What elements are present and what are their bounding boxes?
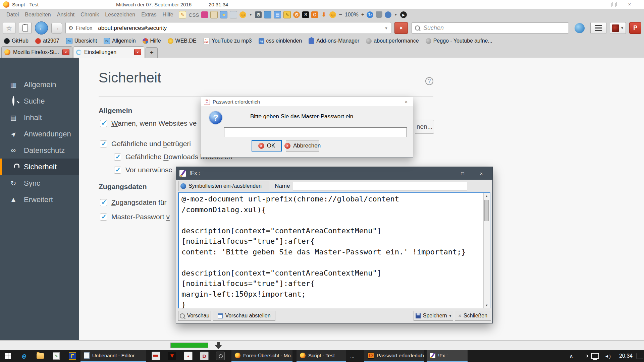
checkbox[interactable] xyxy=(100,214,107,221)
close-button[interactable]: × xyxy=(625,1,635,7)
bookmark-allgemein[interactable]: FxAllgemein xyxy=(104,38,136,44)
network-icon[interactable] xyxy=(590,350,600,362)
menu-chronik[interactable]: Chronik xyxy=(77,12,102,18)
d-app-taskbar-icon[interactable]: D xyxy=(196,350,212,362)
toggle-toolbars-button[interactable]: → Symbolleisten ein-/ausblenden xyxy=(178,181,269,191)
speaker-icon[interactable]: ◄) xyxy=(602,350,614,362)
scrollbar[interactable]: ▲ ▼ xyxy=(483,193,490,308)
scroll-up-icon[interactable]: ▲ xyxy=(484,193,490,199)
sidebar-item-sicherheit[interactable]: Sicherheit xyxy=(0,159,79,175)
bookmark-uebersicht[interactable]: FxÜbersicht xyxy=(66,38,97,44)
bookmark-star-button[interactable]: ☆ xyxy=(3,22,15,34)
tab-mozilla-firefox-start[interactable]: Mozilla Firefox-St... × xyxy=(1,46,72,58)
url-clear-button[interactable]: × xyxy=(394,22,408,34)
checkbox[interactable] xyxy=(114,167,121,174)
new-tab-button[interactable]: + xyxy=(146,47,158,58)
sidebar-item-suche[interactable]: Suche xyxy=(0,93,79,109)
red-addon-button[interactable]: ▼ xyxy=(610,22,626,34)
refresh-icon[interactable] xyxy=(367,11,373,18)
p-addon-button[interactable]: P xyxy=(629,22,641,34)
checkbox[interactable] xyxy=(100,120,107,127)
checkbox[interactable] xyxy=(100,140,107,147)
smiley-icon-2[interactable] xyxy=(329,11,336,18)
bookmark-github[interactable]: GitHub xyxy=(4,38,29,44)
start-button[interactable] xyxy=(0,350,16,362)
orange-gear-icon[interactable] xyxy=(293,11,300,18)
save-dropdown-caret[interactable]: ▾ xyxy=(449,314,451,318)
taskbar-button-password-dialog[interactable]: Passwort erforderlich ... xyxy=(364,350,424,362)
dialog-close-icon[interactable]: × xyxy=(402,99,410,105)
bookmark-css-einblenden[interactable]: ogcss einblenden xyxy=(259,38,302,44)
dialog-titlebar[interactable]: EXIT Passwort erforderlich × xyxy=(201,97,413,106)
taskbar-button-fx-editor[interactable]: !Fx : xyxy=(427,350,468,362)
search-box[interactable] xyxy=(411,22,569,34)
downloader-taskbar-icon[interactable]: ▼ xyxy=(164,350,180,362)
bookmark-about-performance[interactable]: about:performance xyxy=(366,38,419,44)
s-badge-icon[interactable]: S xyxy=(302,11,309,18)
editor-titlebar[interactable]: !Fx : – □ × xyxy=(176,167,492,180)
scroll-down-icon[interactable]: ▼ xyxy=(484,302,490,308)
tray-chevron[interactable]: ∧ xyxy=(567,350,576,362)
editor-maximize-button[interactable]: □ xyxy=(455,171,470,176)
exceptions-button-fragment[interactable]: nen... xyxy=(415,120,434,134)
cancel-button[interactable]: × Abbrechen xyxy=(286,140,319,152)
help-icon[interactable]: ? xyxy=(425,77,433,85)
save-button[interactable]: Speichern ▾ xyxy=(414,311,453,321)
edge-taskbar-icon[interactable]: e xyxy=(16,350,32,362)
notepad-plus-taskbar-icon[interactable]: ✎ xyxy=(48,350,64,362)
bookmark-at2907[interactable]: at2907 xyxy=(35,38,59,44)
menu-extras[interactable]: Extras xyxy=(138,12,159,18)
editor-minimize-button[interactable]: – xyxy=(436,171,451,176)
sidebar-item-sync[interactable]: ↻Sync xyxy=(0,175,79,191)
folder-icon[interactable] xyxy=(264,11,271,18)
bookmark-hilfe[interactable]: Hilfe xyxy=(143,38,161,44)
sidebar-item-anwendungen[interactable]: ➤Anwendungen xyxy=(0,126,79,142)
menu-hilfe[interactable]: Hilfe xyxy=(160,12,176,18)
gear-icon[interactable] xyxy=(255,11,262,18)
zoom-in-button[interactable]: + xyxy=(361,12,364,18)
restore-button[interactable] xyxy=(611,3,615,7)
bookmark-youtube-mp3[interactable]: YT mp3YouTube zu mp3 xyxy=(203,38,252,44)
css-code[interactable]: @-moz-document url-prefix(chrome://globa… xyxy=(181,194,480,309)
download-arrow-icon[interactable]: ⬇ xyxy=(320,11,327,18)
stylish-icon[interactable] xyxy=(201,11,208,18)
url-bar[interactable]: ⚙ Firefox about:preferences#security ▼ xyxy=(65,22,391,34)
play-icon[interactable] xyxy=(400,11,407,18)
taskbar-overflow[interactable]: ... xyxy=(350,350,355,362)
smiley-icon[interactable] xyxy=(239,11,246,18)
screenshot-taskbar-icon[interactable] xyxy=(212,350,228,362)
page-identity-icon[interactable]: ⚙ xyxy=(68,25,73,31)
clipboard-button[interactable] xyxy=(19,22,32,34)
battery-icon[interactable] xyxy=(578,350,588,362)
bookmark-webde[interactable]: WEB.DE xyxy=(168,38,197,44)
sidebar-item-datenschutz[interactable]: ∞Datenschutz xyxy=(0,142,79,159)
master-password-input[interactable] xyxy=(224,127,407,137)
bookmark-window-icon[interactable] xyxy=(220,11,227,18)
taskbar-button-forum[interactable]: Foren-Übersicht - Mo... xyxy=(231,350,292,362)
taskbar-button-script-test[interactable]: Script - Test xyxy=(297,350,346,362)
css-toggle-link[interactable]: CSS xyxy=(189,12,199,18)
tab-close-icon[interactable]: × xyxy=(134,49,141,55)
search-input[interactable] xyxy=(423,24,565,32)
checkbox[interactable] xyxy=(100,199,107,206)
action-center-icon[interactable] xyxy=(637,350,644,362)
preview-button[interactable]: Vorschau xyxy=(178,311,211,321)
menu-bearbeiten[interactable]: Bearbeiten xyxy=(22,12,54,18)
ok-button[interactable]: × OK xyxy=(252,140,282,152)
scrollbar-thumb[interactable] xyxy=(484,200,489,221)
tools-icon[interactable] xyxy=(385,11,391,18)
checkbox[interactable] xyxy=(114,154,121,161)
q-badge-icon[interactable]: Q xyxy=(311,11,318,18)
brush-icon[interactable] xyxy=(210,11,218,18)
zoom-out-button[interactable]: − xyxy=(339,12,342,18)
tab-close-icon[interactable]: × xyxy=(62,49,69,55)
menu-lesezeichen[interactable]: Lesezeichen xyxy=(102,12,138,18)
edit-folder-icon[interactable] xyxy=(283,11,291,18)
editor-close-button[interactable]: × xyxy=(474,171,489,176)
css-code-area[interactable]: @-moz-document url-prefix(chrome://globa… xyxy=(178,192,490,309)
style-name-input[interactable] xyxy=(293,182,467,190)
menu-datei[interactable]: Datei xyxy=(3,12,22,18)
tiles-icon[interactable] xyxy=(274,11,281,18)
taskbar-button-editor[interactable]: Unbenannt - Editor xyxy=(80,350,146,362)
url-dropdown-icon[interactable]: ▼ xyxy=(384,26,388,30)
